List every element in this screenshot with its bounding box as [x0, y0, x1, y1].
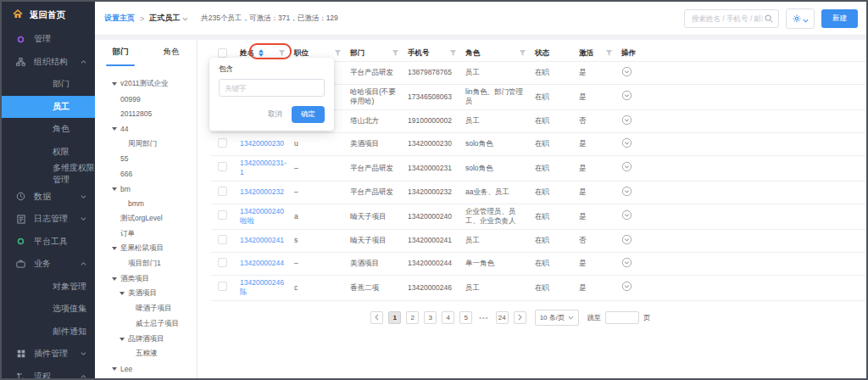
tree-node[interactable]: 项目部门1 [95, 256, 197, 271]
tree-node[interactable]: 666 [95, 166, 197, 182]
tree-node-label: 五粮液 [136, 349, 158, 359]
tree-tabs: 部门角色 [95, 47, 197, 65]
prev-page-button[interactable] [370, 311, 383, 324]
row-checkbox[interactable] [218, 235, 227, 244]
tree-node[interactable]: 订单 [95, 226, 197, 242]
employee-name-link[interactable]: 13420000241 [240, 233, 294, 248]
tree-tab[interactable]: 角色 [146, 47, 197, 65]
row-actions-icon[interactable] [621, 257, 632, 268]
row-actions-icon[interactable] [621, 186, 632, 197]
row-checkbox[interactable] [218, 138, 227, 148]
funnel-icon[interactable] [392, 49, 399, 57]
funnel-icon[interactable] [334, 49, 342, 57]
tree-node[interactable]: 测试orgLevel [95, 211, 197, 226]
funnel-icon[interactable] [519, 49, 526, 57]
tree-node[interactable]: 周周部门 [95, 137, 197, 152]
sidebar-item[interactable]: 日志管理 [2, 208, 95, 231]
tree-node[interactable]: 美酒项目 [95, 287, 197, 302]
employee-name-link[interactable]: 13420000231-1 [240, 156, 294, 181]
sort-icon[interactable] [259, 49, 264, 57]
tree-node[interactable]: 威士忌子项目 [95, 316, 197, 332]
tree-node[interactable]: bmm [95, 197, 197, 212]
back-home-button[interactable]: 返回首页 [2, 2, 95, 28]
page-size-select[interactable]: 10 条/页 [535, 310, 579, 326]
row-actions-icon[interactable] [621, 161, 632, 172]
employee-name-link[interactable]: 13420000230 [240, 137, 294, 151]
sidebar-item[interactable]: 数据 [2, 186, 95, 209]
page-button[interactable]: 5 [459, 311, 472, 324]
sidebar-item[interactable]: 部门 [2, 73, 95, 96]
select-all-checkbox[interactable] [218, 48, 227, 58]
page-button[interactable]: 4 [442, 311, 454, 324]
tree-tab[interactable]: 部门 [95, 47, 146, 65]
sidebar-item[interactable]: 多维度权限管理 [2, 163, 95, 186]
employee-name-link[interactable]: 13420000244 [240, 256, 294, 271]
breadcrumb-link[interactable]: 设置主页 [104, 13, 135, 24]
tree-node[interactable]: 酒类项目 [95, 271, 197, 287]
sidebar-item[interactable]: 对象管理 [2, 276, 95, 299]
create-button[interactable]: 新建 [821, 9, 858, 28]
tree-node[interactable]: 00999 [95, 92, 197, 107]
tree-node[interactable]: 44 [95, 121, 197, 137]
tree-expand-icon[interactable] [120, 292, 128, 295]
tree-expand-icon[interactable] [112, 127, 120, 131]
tree-expand-icon[interactable] [120, 338, 128, 341]
row-checkbox[interactable] [218, 210, 227, 220]
row-checkbox[interactable] [218, 258, 227, 267]
row-actions-icon[interactable] [621, 234, 632, 245]
employee-table-area: 姓名职位部门手机号角色状态激活操作 平台产品研发13879878765员工在职是… [198, 40, 866, 378]
row-checkbox[interactable] [218, 162, 227, 171]
filter-keyword-input[interactable] [219, 79, 325, 97]
tree-node[interactable]: Lee [95, 361, 197, 377]
sidebar-item[interactable]: 邮件通知 [2, 321, 95, 344]
filter-cancel-button[interactable]: 取消 [268, 109, 282, 120]
row-actions-icon[interactable] [621, 281, 632, 292]
tree-expand-icon[interactable] [112, 187, 120, 191]
sidebar-item[interactable]: 权限 [2, 141, 95, 164]
sidebar-item[interactable]: 员工 [2, 96, 95, 119]
tree-node[interactable]: 坚果松鼠项目 [95, 242, 197, 257]
sidebar-item[interactable]: 流程 [2, 366, 95, 380]
sidebar-item[interactable]: 选项值集 [2, 298, 95, 321]
row-actions-icon[interactable] [621, 210, 632, 221]
sidebar-item[interactable]: 插件管理 [2, 343, 95, 366]
page-button[interactable]: 1 [388, 311, 401, 324]
funnel-icon[interactable] [449, 49, 457, 57]
tree-node[interactable]: bm [95, 182, 197, 197]
tree-expand-icon[interactable] [112, 247, 120, 250]
next-page-button[interactable] [514, 311, 526, 324]
sidebar-item[interactable]: 平台工具 [2, 231, 95, 254]
filter-confirm-button[interactable]: 确定 [292, 106, 325, 123]
tree-node[interactable]: v2011测试企业 [95, 76, 197, 92]
funnel-icon[interactable] [278, 49, 286, 57]
sidebar-item[interactable]: 业务 [2, 253, 95, 276]
tree-node[interactable]: 啤酒子项目 [95, 301, 197, 316]
tree-node[interactable]: 五粮液 [95, 346, 197, 361]
settings-dropdown-button[interactable] [786, 8, 815, 29]
sidebar-item[interactable]: 角色 [2, 118, 95, 141]
page-button[interactable]: 24 [496, 311, 509, 324]
funnel-icon[interactable] [605, 49, 613, 57]
row-actions-icon[interactable] [621, 90, 632, 101]
row-actions-icon[interactable] [621, 66, 632, 77]
employee-name-link[interactable]: 13420000240啦啦 [240, 204, 294, 229]
tree-node[interactable]: 品牌酒项目 [95, 332, 197, 347]
breadcrumb-current[interactable]: 正式员工 [149, 13, 188, 24]
sidebar-item[interactable]: 组织结构 [2, 51, 95, 74]
employee-name-link[interactable]: 13420000246陈 [240, 276, 294, 300]
tree-expand-icon[interactable] [112, 82, 120, 86]
search-input[interactable] [690, 14, 765, 24]
employee-name-link[interactable]: 13420000232 [240, 185, 294, 199]
tree-node[interactable]: 20112805 [95, 106, 197, 121]
page-button[interactable]: 3 [424, 311, 437, 324]
row-actions-icon[interactable] [621, 115, 632, 126]
page-button[interactable]: 2 [406, 311, 419, 324]
tree-expand-icon[interactable] [112, 367, 120, 371]
row-checkbox[interactable] [218, 282, 227, 291]
row-actions-icon[interactable] [621, 137, 632, 148]
tree-node[interactable]: 55 [95, 151, 197, 166]
tree-expand-icon[interactable] [112, 277, 120, 281]
sidebar-item[interactable]: 管理 [2, 28, 95, 51]
row-checkbox[interactable] [218, 187, 227, 196]
jump-page-input[interactable] [605, 311, 639, 324]
